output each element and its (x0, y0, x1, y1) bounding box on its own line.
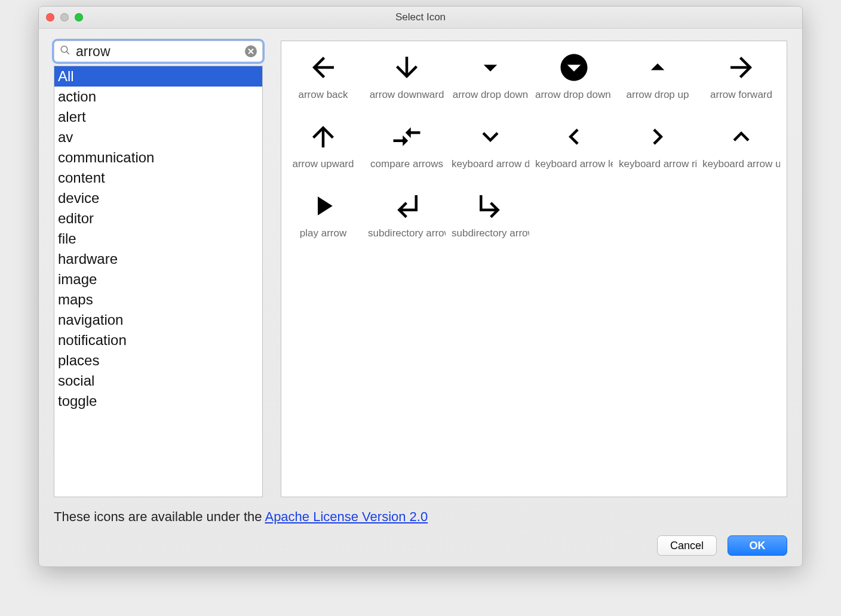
category-item[interactable]: toggle (54, 391, 262, 411)
icon-label: arrow drop down circle (535, 89, 613, 101)
icon-cell[interactable]: keyboard arrow right (616, 115, 699, 184)
icon-cell[interactable]: arrow back (281, 46, 365, 115)
icon-cell[interactable]: arrow forward (699, 46, 783, 115)
zoom-window-icon[interactable] (75, 13, 83, 21)
search-icon (60, 45, 70, 58)
clear-search-icon[interactable] (245, 45, 257, 57)
icon-label: keyboard arrow down (452, 158, 529, 170)
category-item[interactable]: device (54, 188, 262, 208)
icon-label: keyboard arrow left (535, 158, 613, 170)
category-item[interactable]: file (54, 229, 262, 249)
arrow-forward-icon (725, 46, 757, 89)
titlebar: Select Icon (39, 7, 802, 29)
icon-label: compare arrows (368, 158, 446, 170)
subdirectory-arrow-left-icon (391, 184, 423, 227)
arrow-drop-down-circle-icon (558, 46, 590, 89)
close-window-icon[interactable] (46, 13, 54, 21)
icon-cell[interactable]: arrow downward (365, 46, 449, 115)
category-item[interactable]: All (54, 66, 262, 87)
keyboard-arrow-right-icon (642, 115, 674, 158)
icon-cell[interactable]: arrow upward (281, 115, 365, 184)
icon-label: arrow upward (284, 158, 362, 170)
subdirectory-arrow-right-icon (474, 184, 507, 227)
license-link[interactable]: Apache License Version 2.0 (265, 509, 428, 524)
keyboard-arrow-up-icon (725, 115, 757, 158)
icon-label: arrow drop up (619, 89, 696, 101)
license-text: These icons are available under the Apac… (54, 509, 787, 525)
category-item[interactable]: content (54, 168, 262, 188)
icon-label: arrow back (284, 89, 362, 101)
icon-grid: arrow backarrow downwardarrow drop downa… (281, 46, 787, 254)
compare-arrows-icon (391, 115, 423, 158)
icon-label: arrow forward (702, 89, 780, 101)
category-item[interactable]: hardware (54, 249, 262, 269)
icon-cell[interactable]: arrow drop down (449, 46, 532, 115)
icon-cell[interactable]: compare arrows (365, 115, 449, 184)
icon-label: subdirectory arrow left (368, 227, 446, 239)
icon-label: keyboard arrow up (702, 158, 780, 170)
arrow-downward-icon (391, 46, 423, 89)
category-item[interactable]: places (54, 350, 262, 371)
icon-label: keyboard arrow right (619, 158, 696, 170)
icon-cell[interactable]: subdirectory arrow right (449, 184, 532, 254)
icon-cell[interactable]: keyboard arrow down (449, 115, 532, 184)
category-item[interactable]: communication (54, 147, 262, 168)
license-prefix: These icons are available under the (54, 509, 265, 524)
dialog-buttons: Cancel OK (54, 535, 787, 556)
keyboard-arrow-left-icon (558, 115, 590, 158)
category-item[interactable]: maps (54, 289, 262, 310)
play-arrow-icon (307, 184, 339, 227)
arrow-upward-icon (307, 115, 339, 158)
category-item[interactable]: notification (54, 330, 262, 350)
icon-label: arrow drop down (452, 89, 529, 101)
arrow-back-icon (307, 46, 339, 89)
minimize-window-icon (60, 13, 69, 21)
ok-button[interactable]: OK (728, 535, 787, 556)
category-list[interactable]: Allactionalertavcommunicationcontentdevi… (54, 66, 263, 497)
category-item[interactable]: navigation (54, 310, 262, 330)
icon-label: play arrow (284, 227, 362, 239)
arrow-drop-up-icon (642, 46, 674, 89)
icon-cell[interactable]: arrow drop down circle (532, 46, 616, 115)
window-title: Select Icon (39, 11, 802, 23)
category-item[interactable]: editor (54, 208, 262, 229)
icon-cell[interactable]: keyboard arrow left (532, 115, 616, 184)
dialog-window: Select Icon Allactionalertavcommunicatio… (38, 6, 803, 567)
category-item[interactable]: alert (54, 107, 262, 127)
icon-cell[interactable]: subdirectory arrow left (365, 184, 449, 254)
traffic-lights (46, 13, 83, 21)
search-wrap (54, 41, 263, 62)
icon-label: arrow downward (368, 89, 446, 101)
cancel-button[interactable]: Cancel (657, 535, 717, 556)
icon-cell[interactable]: keyboard arrow up (699, 115, 783, 184)
icon-cell[interactable]: play arrow (281, 184, 365, 254)
dialog-content: Allactionalertavcommunicationcontentdevi… (39, 29, 802, 503)
category-item[interactable]: image (54, 269, 262, 289)
svg-line-1 (66, 51, 69, 54)
icon-grid-panel: arrow backarrow downwardarrow drop downa… (281, 41, 787, 497)
category-item[interactable]: action (54, 87, 262, 107)
category-item[interactable]: av (54, 127, 262, 147)
left-panel: Allactionalertavcommunicationcontentdevi… (54, 41, 263, 497)
icon-label: subdirectory arrow right (452, 227, 529, 239)
dialog-footer: These icons are available under the Apac… (39, 503, 802, 566)
search-input[interactable] (54, 41, 263, 62)
category-item[interactable]: social (54, 371, 262, 391)
svg-point-0 (61, 46, 67, 53)
arrow-drop-down-icon (474, 46, 507, 89)
icon-cell[interactable]: arrow drop up (616, 46, 699, 115)
keyboard-arrow-down-icon (474, 115, 507, 158)
